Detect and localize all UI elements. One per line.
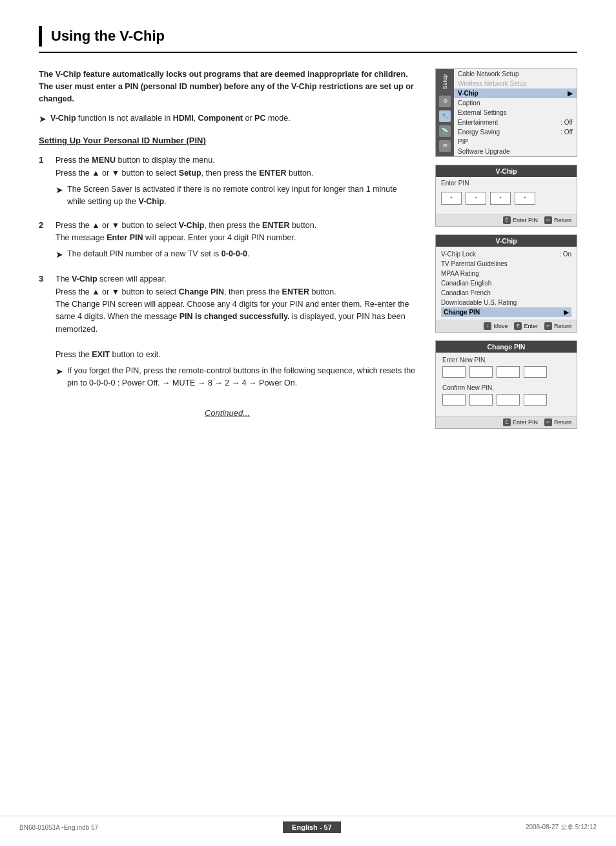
footer-return-label: Return [554, 217, 571, 223]
menu-item-cable: Cable Network Setup [454, 69, 577, 79]
vchip-screen3-title: V-Chip [436, 235, 577, 247]
step-1-note: ➤ The Screen Saver is activated if there… [56, 183, 416, 208]
menu-item-software: Software Upgrade [454, 147, 577, 156]
footer-return: ↩ Return [544, 216, 571, 224]
screenshot-vchip-menu: V-Chip V-Chip Lock: On TV Parental Guide… [435, 234, 577, 333]
new-pin-box-2 [469, 366, 493, 378]
vchip-downloadable-row: Downloadable U.S. Rating [441, 298, 571, 307]
enterpin-icon: E [503, 216, 511, 224]
footer-enterpin: E Enter PIN [503, 216, 538, 224]
bottom-right-text: 2008-08-27 오후 5:12:12 [526, 823, 597, 832]
confirm-pin-box-3 [497, 394, 520, 406]
vchip-lock-row: V-Chip Lock: On [441, 249, 571, 259]
step-2-arrow-icon: ➤ [56, 248, 63, 262]
vchip-tv-guidelines-row: TV Parental Guidelines [441, 259, 571, 269]
vchip-screen2-footer: E Enter PIN ↩ Return [436, 214, 577, 226]
enter-pin-label: Enter PIN [441, 180, 571, 187]
return3-icon: ↩ [544, 418, 552, 426]
page: Using the V-Chip The V-Chip feature auto… [0, 0, 616, 846]
pin-box-1: * [441, 192, 462, 205]
title-bar-decoration [39, 26, 42, 46]
step-3-note-text: If you forget the PIN, press the remote-… [67, 365, 416, 389]
pin-boxes: * * * * [441, 192, 571, 205]
menu-item-entertainment: Entertainment: Off [454, 118, 577, 127]
continued-text: Continued... [39, 408, 416, 418]
new-pin-box-1 [442, 366, 466, 378]
menu-item-wireless: Wireless Network Setup [454, 79, 577, 88]
enter-icon: E [514, 322, 522, 330]
vchip-screen3-body: V-Chip Lock: On TV Parental Guidelines M… [436, 247, 577, 320]
new-pin-box-3 [497, 366, 520, 378]
menu-item-caption: Caption [454, 98, 577, 108]
enterpin2-icon: E [503, 418, 511, 426]
vchip-screen2-title: V-Chip [436, 165, 577, 177]
footer-return2-label: Return [554, 323, 571, 329]
step-1-arrow-icon: ➤ [56, 183, 63, 197]
move-icon: ↕ [484, 322, 491, 330]
vchip-note-text: V-Chip function is not available in HDMI… [50, 114, 291, 123]
vchip-changepin-row: Change PIN▶ [441, 307, 571, 317]
page-number: English - 57 [283, 821, 341, 833]
main-layout: The V-Chip feature automatically locks o… [39, 68, 577, 429]
footer-enterpin-label: Enter PIN [513, 217, 538, 223]
step-1: 1 Press the MENU button to display the m… [39, 154, 416, 207]
vchip-note-bold4: PC [254, 114, 265, 123]
intro-paragraph: The V-Chip feature automatically locks o… [39, 68, 416, 105]
vchip-canadian-eng-row: Canadian English [441, 278, 571, 288]
bottom-left-text: BN68-01653A~Eng.indb 57 [19, 824, 98, 831]
changepin-body: Enter New PIN. Confirm New PIN. [436, 353, 577, 416]
step-1-content: Press the MENU button to display the men… [56, 154, 416, 207]
new-pin-boxes [442, 366, 570, 378]
step-1-note-text: The Screen Saver is activated if there i… [67, 183, 416, 208]
step-2-number: 2 [39, 220, 49, 262]
screenshot-changepin: Change PIN Enter New PIN. Confirm New PI… [435, 340, 577, 429]
section-heading: Setting Up Your Personal ID Number (PIN) [39, 136, 416, 145]
pin-box-2: * [466, 192, 486, 205]
step-1-number: 1 [39, 154, 49, 207]
footer-return2: ↩ Return [544, 322, 571, 330]
right-screenshots: Setup ⚙ 🔧 📡 ✉ Cable Network Setup Wirele… [435, 68, 577, 429]
step-3-note: ➤ If you forget the PIN, press the remot… [56, 365, 416, 389]
confirm-pin-box-4 [524, 394, 547, 406]
confirm-pin-box-2 [469, 394, 493, 406]
title-section: Using the V-Chip [39, 26, 577, 53]
sidebar-icon-3: 📡 [439, 125, 451, 137]
step-2-content: Press the ▲ or ▼ button to select V-Chip… [56, 220, 416, 262]
vchip-screen2-body: Enter PIN * * * * [436, 177, 577, 214]
vchip-note-bold1: V-Chip [50, 114, 76, 123]
left-content: The V-Chip feature automatically locks o… [39, 68, 416, 429]
footer-return3-label: Return [554, 419, 571, 426]
footer-enterpin2-label: Enter PIN [513, 419, 538, 426]
menu-item-pip: PIP [454, 137, 577, 147]
footer-enter-label: Enter [524, 323, 538, 329]
setup-sidebar: Setup ⚙ 🔧 📡 ✉ [436, 69, 454, 156]
sidebar-icon-2: 🔧 [439, 110, 451, 122]
changepin-title: Change PIN [436, 341, 577, 353]
step-3-content: The V-Chip screen will appear. Press the… [56, 273, 416, 389]
confirm-new-pin-label: Confirm New PIN. [442, 384, 570, 391]
menu-item-energy: Energy Saving: Off [454, 127, 577, 137]
footer-move-label: Move [493, 323, 508, 329]
step-2: 2 Press the ▲ or ▼ button to select V-Ch… [39, 220, 416, 262]
vchip-note-bold2: HDMI [173, 114, 194, 123]
arrow-icon: ➤ [39, 114, 46, 124]
screenshot-setup-menu: Setup ⚙ 🔧 📡 ✉ Cable Network Setup Wirele… [435, 68, 577, 157]
confirm-pin-box-1 [442, 394, 466, 406]
setup-menu-items: Cable Network Setup Wireless Network Set… [454, 69, 577, 156]
menu-item-vchip: V-Chip▶ [454, 88, 577, 98]
sidebar-icon-4: ✉ [439, 140, 451, 152]
new-pin-box-4 [524, 366, 547, 378]
return2-icon: ↩ [544, 322, 552, 330]
vchip-mpaa-row: MPAA Rating [441, 269, 571, 278]
vchip-note: ➤ V-Chip function is not available in HD… [39, 114, 416, 124]
setup-label: Setup [440, 72, 449, 92]
page-title: Using the V-Chip [51, 28, 165, 45]
pin-box-4: * [515, 192, 535, 205]
screenshot-vchip-enterpin: V-Chip Enter PIN * * * * E Enter PIN [435, 165, 577, 227]
return-icon: ↩ [544, 216, 552, 224]
vchip-screen3-footer: ↕ Move E Enter ↩ Return [436, 320, 577, 332]
step-2-note: ➤ The default PIN number of a new TV set… [56, 248, 416, 262]
pin-box-3: * [490, 192, 511, 205]
step-2-note-text: The default PIN number of a new TV set i… [67, 248, 250, 260]
step-3: 3 The V-Chip screen will appear. Press t… [39, 273, 416, 389]
